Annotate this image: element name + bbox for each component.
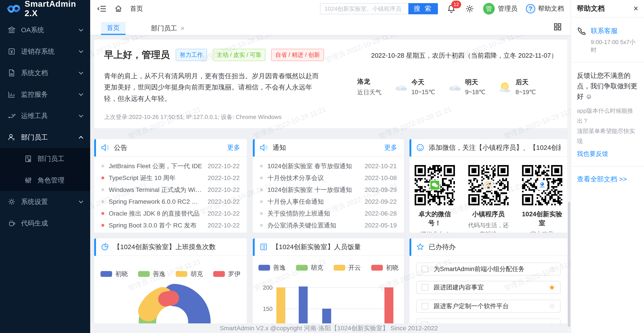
search-button[interactable]: 搜 索 [408, 3, 438, 14]
global-search: 搜 索 [320, 3, 438, 14]
todo-checkbox[interactable] [422, 284, 428, 291]
scrollbar-thumb[interactable] [568, 202, 570, 327]
document-icon [8, 69, 16, 77]
notice-item[interactable]: Spring Boot 3.0.0 首个 RC 发布2022-10-22 [94, 219, 247, 231]
sidebar-item-settings[interactable]: 系统设置 [0, 191, 90, 212]
topbar: 首页 搜 索 12 管 管理员 ? 帮助文档 [90, 0, 570, 17]
app-logo[interactable]: SmartAdmin 2.X [0, 0, 90, 17]
legend-item[interactable]: 善逸 [258, 264, 286, 272]
sidebar: SmartAdmin 2.X OA系统 进销存系统 系统文档 监控服务 运维工具… [0, 0, 90, 333]
star-toggle-icon[interactable]: ☆ [549, 303, 555, 310]
todo-item[interactable]: 跟进客户定制一个软件平台 ☆ [416, 300, 560, 313]
todo-item[interactable]: 跟进团建内容事宜 ★ [416, 281, 560, 294]
meal-legend: 善逸 胡克 开云 初晓 [253, 264, 404, 272]
card-title: 添加微信，关注【小镇程序员】、【1024创新实验室】 [429, 143, 560, 152]
tab-home[interactable]: 首页 [101, 22, 126, 35]
tab-department[interactable]: 部门员工 × [145, 22, 190, 35]
search-input[interactable] [320, 3, 408, 14]
home-icon[interactable] [114, 4, 123, 14]
collapse-sidebar-icon[interactable] [97, 4, 107, 14]
page-footer: SmartAdmin V2.x @copyright 河南·洛阳【1024创新实… [90, 324, 568, 333]
y-axis-tick: 200 [257, 284, 272, 291]
weather-city-sub: 近日天气 [357, 88, 382, 96]
close-tab-icon[interactable]: × [180, 24, 184, 32]
sidebar-item-ops[interactable]: 运维工具 [0, 105, 90, 127]
legend-item[interactable]: 初晓 [371, 264, 398, 272]
star-toggle-icon[interactable]: ★ [549, 284, 555, 291]
legend-item[interactable]: 开云 [334, 264, 361, 272]
chevron-down-icon [79, 70, 83, 74]
notice-item[interactable]: Windows Terminal 正式成为 Win...2022-10-22 [94, 184, 247, 196]
sidebar-item-erp[interactable]: 进销存系统 [0, 41, 90, 62]
notice-item[interactable]: Oracle 推出 JDK 8 的直接替代品2022-10-22 [94, 208, 247, 219]
username: 管理员 [498, 4, 517, 13]
tabbar: 首页 部门员工 × [90, 17, 570, 35]
list-chart-icon [260, 243, 268, 251]
avatar: 管 [483, 3, 495, 14]
help-panel-title: 帮助文档 [577, 4, 604, 13]
notifications-bell-icon[interactable]: 12 [446, 4, 456, 14]
bullet-dot [260, 212, 263, 215]
phone-icon [577, 26, 586, 36]
sidebar-item-docs[interactable]: 系统文档 [0, 62, 90, 84]
tab-options-grid-icon[interactable] [554, 23, 562, 31]
legend-item[interactable]: 善逸 [138, 270, 165, 278]
notice-item[interactable]: Spring Framework 6.0.0 RC2 发布2022-10-22 [94, 196, 247, 208]
sidebar-item-oa[interactable]: OA系统 [0, 19, 90, 41]
legend-item[interactable]: 胡克 [296, 264, 323, 272]
weather-city: 洛龙 [357, 77, 382, 86]
sidebar-item-monitor[interactable]: 监控服务 [0, 84, 90, 105]
greeting: 早上好，管理员 [104, 48, 170, 61]
bullet-dot [101, 212, 104, 215]
motto-text: 青年的肩上，从不只有清风明月，更有责任担当。岁月因青春慨然以赴而更加美好，世间因… [104, 70, 323, 104]
breadcrumb[interactable]: 首页 [130, 4, 143, 13]
close-icon[interactable]: × [634, 4, 638, 13]
sidebar-menu: OA系统 进销存系统 系统文档 监控服务 运维工具 部门员工 部门员工 [0, 19, 90, 234]
notify-item[interactable]: 1024创新实验室 十一放假通知2022-09-29 [253, 184, 404, 196]
tag-proactive: 主动 / 皮实 / 可靠 [213, 49, 266, 61]
all-docs-link[interactable]: 查看全部文档 >> [577, 175, 638, 184]
user-menu[interactable]: 管 管理员 [483, 3, 517, 14]
star-toggle-icon[interactable]: ☆ [549, 266, 555, 273]
legend-item[interactable]: 胡克 [176, 270, 203, 278]
sidebar-subitem-department-employee[interactable]: 部门员工 [0, 148, 90, 170]
contact-support-link[interactable]: 联系客服 [591, 26, 638, 35]
bullet-dot [260, 224, 263, 227]
sliders-icon [24, 176, 32, 184]
chevron-down-icon [79, 27, 83, 31]
notify-more-link[interactable]: 更多 [384, 143, 397, 152]
sidebar-subitem-role-management[interactable]: 角色管理 [0, 170, 90, 191]
todo-item[interactable]: 为SmartAdmin前端小组分配任务 ☆ [416, 263, 560, 276]
tag-introspect: 自省 / 精进 / 创新 [271, 49, 324, 61]
notify-item[interactable]: 1024创新实验室 春节放假通知2022-10-21 [253, 160, 404, 172]
chevron-down-icon [79, 91, 83, 96]
ops-icon [8, 112, 16, 120]
settings-gear-icon[interactable] [465, 4, 474, 14]
sidebar-item-department[interactable]: 部门员工 [0, 127, 90, 148]
todo-checkbox[interactable] [422, 303, 428, 310]
card-title: 公告 [114, 143, 223, 152]
notify-item[interactable]: 十月份人事任命通知2022-09-22 [253, 196, 404, 208]
qr-town-programmer: 小镇程序员 代码与生活，还有钱途 [466, 165, 510, 233]
card-title: 已办待办 [429, 242, 560, 252]
feedback-item: app版本什么时候能推出？ [577, 106, 638, 126]
bullet-dot [101, 188, 104, 191]
notify-item[interactable]: 关于疫情防控上班通知2022-06-28 [253, 208, 404, 219]
welcome-card: 早上好，管理员 努力工作 主动 / 皮实 / 可靠 自省 / 精进 / 创新 2… [94, 39, 567, 128]
chevron-down-icon [79, 48, 83, 53]
notify-item[interactable]: 十月份技术分享会议2022-10-08 [253, 172, 404, 184]
bullet-dot [260, 200, 263, 203]
bank-icon [8, 26, 16, 34]
feedback-link[interactable]: 我也要反馈 [577, 150, 608, 158]
avatar-photo-icon [483, 180, 494, 190]
notify-item[interactable]: 办公室消杀关键位置通知2022-05-19 [253, 219, 404, 231]
todo-checkbox[interactable] [422, 266, 428, 272]
legend-item[interactable]: 罗伊 [213, 270, 240, 278]
notice-item[interactable]: TypeScript 诞生 10 周年2022-10-22 [94, 172, 247, 184]
sidebar-item-codegen[interactable]: 代码生成 [0, 212, 90, 234]
notification-badge: 12 [451, 1, 461, 8]
legend-item[interactable]: 初晓 [100, 270, 128, 278]
notice-more-link[interactable]: 更多 [227, 143, 240, 152]
help-docs-button[interactable]: ? 帮助文档 [526, 4, 564, 13]
notice-item[interactable]: JetBrains Fleet 公测，下一代 IDE2022-10-22 [94, 160, 247, 172]
